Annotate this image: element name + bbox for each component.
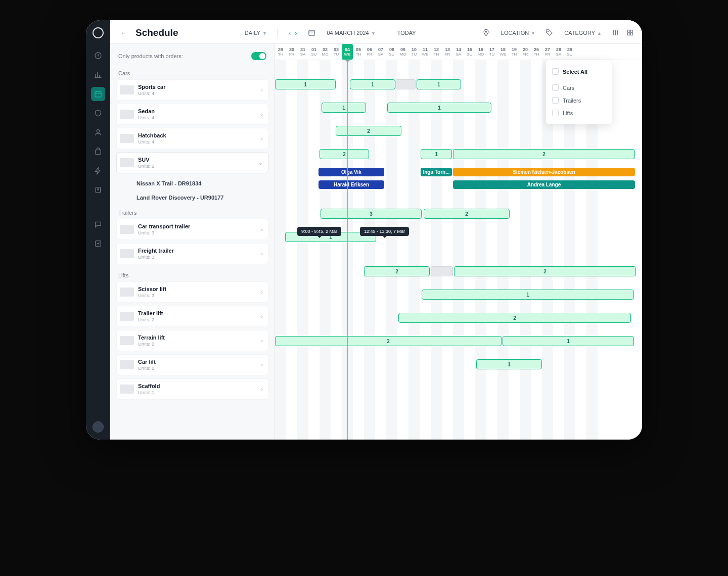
booking-bar[interactable]: 2 xyxy=(453,149,635,159)
booking-bar[interactable]: Andrea Lange xyxy=(453,180,635,189)
day-column[interactable]: 07SA xyxy=(375,44,386,60)
booking-bar[interactable]: 1 xyxy=(422,290,634,300)
booking-bar[interactable]: 2 xyxy=(336,126,401,136)
filter-toggle[interactable] xyxy=(251,52,266,60)
booking-bar[interactable]: 3 xyxy=(321,209,422,219)
day-column[interactable]: 01SU xyxy=(308,44,320,60)
product-row[interactable]: ScaffoldUnits: 1› xyxy=(116,378,268,400)
dropdown-item[interactable]: Trailers xyxy=(551,94,607,107)
day-column[interactable]: 20FR xyxy=(520,44,531,60)
main: ← Schedule DAILY▾ ‹ › 04 MARCH 2024▾ TOD… xyxy=(110,20,642,440)
day-column[interactable]: 14SA xyxy=(453,44,464,60)
bolt-icon[interactable] xyxy=(91,164,105,178)
shield-icon[interactable] xyxy=(91,106,105,120)
day-column[interactable]: 18WE xyxy=(497,44,509,60)
product-row[interactable]: SUVUnits: 2⌄ xyxy=(116,152,268,173)
timeline[interactable]: 29TH30FR31SA01SU02MO03TU04WE05TH06FR07SA… xyxy=(275,44,642,440)
booking-bar[interactable]: 1 xyxy=(417,79,461,89)
clock-icon[interactable] xyxy=(91,49,105,63)
dropdown-item[interactable]: Cars xyxy=(551,81,607,94)
day-column[interactable]: 17TU xyxy=(486,44,497,60)
day-column[interactable]: 06FR xyxy=(364,44,375,60)
booking-bar[interactable]: 2 xyxy=(398,313,631,323)
booking-bar[interactable]: 1 xyxy=(476,359,542,369)
badge-icon[interactable] xyxy=(91,183,105,197)
day-column[interactable]: 31SA xyxy=(297,44,308,60)
day-column[interactable]: 28SA xyxy=(553,44,564,60)
booking-bar[interactable]: 1 xyxy=(275,79,336,89)
back-button[interactable]: ← xyxy=(118,28,128,38)
product-row[interactable]: Freight trailerUnits: 3› xyxy=(116,243,268,264)
booking-bar[interactable]: Inga Torn... xyxy=(421,168,452,176)
product-row[interactable]: Sports carUnits: 4› xyxy=(116,79,268,101)
booking-bar[interactable]: 2 xyxy=(320,149,369,159)
product-row[interactable]: SedanUnits: 4› xyxy=(116,104,268,125)
dropdown-select-all[interactable]: Select All xyxy=(551,65,607,81)
user-icon[interactable] xyxy=(91,125,105,139)
today-button[interactable]: TODAY xyxy=(393,30,420,36)
day-column[interactable]: 11WE xyxy=(420,44,431,60)
product-row[interactable]: Trailer liftUnits: 2› xyxy=(116,306,268,327)
settings-icon[interactable] xyxy=(612,29,619,37)
day-column[interactable]: 12TH xyxy=(431,44,442,60)
day-column[interactable]: 19TH xyxy=(509,44,520,60)
chat-icon[interactable] xyxy=(91,217,105,231)
day-column[interactable]: 05TH xyxy=(353,44,364,60)
day-column[interactable]: 29SU xyxy=(564,44,575,60)
date-display[interactable]: 04 MARCH 2024▾ xyxy=(323,30,378,36)
day-column[interactable]: 02MO xyxy=(320,44,331,60)
tooltip-start: 9:00 - 9:45, 2 Mar xyxy=(297,227,341,236)
booking-bar[interactable]: 2 xyxy=(424,209,510,219)
body: Only products with orders: CarsSports ca… xyxy=(110,44,642,440)
day-column[interactable]: 09MO xyxy=(397,44,408,60)
category-select[interactable]: CATEGORY▴ xyxy=(560,30,605,36)
day-column[interactable]: 29TH xyxy=(275,44,286,60)
stats-icon[interactable] xyxy=(91,236,105,251)
svg-rect-7 xyxy=(309,30,314,35)
booking-bar[interactable]: Harald Eriksen xyxy=(318,180,384,189)
booking-bar[interactable]: 2 xyxy=(275,336,502,346)
prev-button[interactable]: ‹ xyxy=(288,29,292,37)
nav-rail xyxy=(86,20,110,440)
day-column[interactable]: 10TU xyxy=(408,44,420,60)
grid-icon[interactable] xyxy=(626,29,634,37)
calendar-picker-icon[interactable] xyxy=(308,29,315,37)
day-column[interactable]: 13FR xyxy=(442,44,453,60)
day-column[interactable]: 04WE xyxy=(342,44,353,60)
sub-product[interactable]: Land Rover Discovery - UR90177 xyxy=(116,190,268,205)
day-column[interactable]: 26TH xyxy=(531,44,542,60)
day-column[interactable]: 30FR xyxy=(286,44,297,60)
product-row[interactable]: HatchbackUnits: 4› xyxy=(116,128,268,149)
product-row[interactable]: Car transport trailerUnits: 3› xyxy=(116,219,268,240)
booking-bar[interactable]: 2 xyxy=(364,266,430,276)
day-column[interactable]: 03TU xyxy=(331,44,342,60)
booking-bar[interactable]: 1 xyxy=(350,79,395,89)
day-column[interactable]: 16MO xyxy=(475,44,486,60)
calendar-icon[interactable] xyxy=(91,87,105,101)
day-column[interactable]: 08SU xyxy=(386,44,397,60)
product-row[interactable]: Terrain liftUnits: 2› xyxy=(116,330,268,351)
booking-bar[interactable] xyxy=(395,79,416,89)
box-icon[interactable] xyxy=(91,145,105,159)
chart-icon[interactable] xyxy=(91,68,105,82)
booking-bar[interactable]: 1 xyxy=(421,149,452,159)
timeline-row: 2 xyxy=(275,307,642,330)
logo-icon xyxy=(93,27,104,38)
day-column[interactable]: 15SU xyxy=(464,44,475,60)
booking-bar[interactable] xyxy=(431,266,453,276)
booking-bar[interactable]: Siemen Nielsen-Jacobsen xyxy=(453,168,635,176)
product-row[interactable]: Scissor liftUnits: 3› xyxy=(116,281,268,303)
booking-bar[interactable]: 1 xyxy=(503,336,634,346)
day-column[interactable]: 27FR xyxy=(542,44,553,60)
booking-bar[interactable]: 1 xyxy=(387,103,491,113)
location-select[interactable]: LOCATION▾ xyxy=(497,30,538,36)
booking-bar[interactable]: Olga Vik xyxy=(318,168,384,176)
booking-bar[interactable]: 2 xyxy=(454,266,636,276)
booking-bar[interactable]: 1 xyxy=(322,103,366,113)
next-button[interactable]: › xyxy=(294,29,298,37)
product-row[interactable]: Car liftUnits: 2› xyxy=(116,354,268,375)
sub-product[interactable]: Nissan X Trail - DR91834 xyxy=(116,176,268,190)
view-mode-select[interactable]: DAILY▾ xyxy=(241,30,270,36)
dropdown-item[interactable]: Lifts xyxy=(551,107,607,119)
avatar[interactable] xyxy=(93,421,104,433)
